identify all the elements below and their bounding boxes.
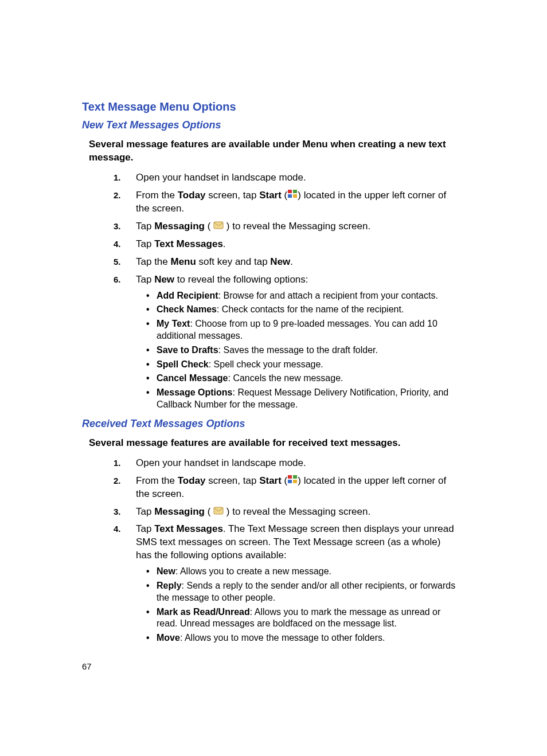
bullet-title: Move (157, 633, 180, 643)
bullet-item: New: Allows you to create a new message. (136, 566, 458, 578)
text-bold: Menu (171, 256, 196, 267)
svg-rect-0 (288, 190, 292, 193)
text: ( (282, 475, 287, 486)
messaging-envelope-icon (213, 506, 224, 519)
bullet-item: Save to Drafts: Saves the message to the… (136, 344, 458, 357)
svg-rect-2 (288, 194, 292, 198)
svg-rect-3 (293, 194, 297, 198)
bullet-title: Spell Check (157, 359, 209, 369)
bullet-title: Add Recipient (157, 291, 218, 300)
windows-start-icon (287, 189, 298, 202)
text-bold: Text Messages (154, 523, 223, 534)
text: . (290, 256, 293, 267)
text: Tap (136, 523, 154, 534)
bullet-title: Check Names (157, 304, 217, 314)
bullet-title: Message Options (157, 387, 232, 397)
bullet-item: Add Recipient: Browse for and attach a r… (136, 290, 458, 302)
bullet-title: Save to Drafts (157, 345, 218, 355)
page-number: 67 (82, 661, 458, 671)
bullet-list: New: Allows you to create a new message.… (136, 566, 458, 644)
text: ( (205, 506, 213, 517)
bullet-list: Add Recipient: Browse for and attach a r… (136, 290, 458, 411)
svg-rect-8 (293, 480, 297, 483)
text: screen, tap (206, 475, 260, 486)
bullet-item: Move: Allows you to move the message to … (136, 632, 458, 644)
bullet-item: Message Options: Request Message Deliver… (136, 387, 458, 411)
text: Tap (136, 274, 154, 285)
steps-section-2: Open your handset in landscape mode. Fro… (82, 457, 458, 644)
step-item: Tap Messaging ( ) to reveal the Messagin… (82, 506, 458, 519)
text: ) to reveal the Messaging screen. (224, 506, 370, 517)
intro-section-1: Several message features are available u… (89, 138, 458, 164)
bullet-desc: : Sends a reply to the sender and/or all… (157, 581, 455, 602)
text: ( (205, 221, 213, 232)
bullet-title: My Text (157, 319, 190, 328)
heading-section-1: New Text Messages Options (82, 119, 458, 131)
text: Tap the (136, 256, 171, 267)
step-item: Tap Text Messages. (82, 238, 458, 251)
text: screen, tap (206, 190, 260, 201)
windows-start-icon (287, 475, 298, 488)
text-bold: Messaging (154, 221, 205, 232)
text: From the (136, 475, 178, 486)
step-item: Open your handset in landscape mode. (82, 171, 458, 185)
bullet-desc: : Saves the message to the draft folder. (218, 345, 378, 355)
bullet-title: Reply (157, 581, 182, 590)
step-item: Open your handset in landscape mode. (82, 457, 458, 470)
text-bold: Messaging (154, 506, 205, 517)
step-item: Tap the Menu soft key and tap New. (82, 256, 458, 269)
text: soft key and tap (196, 256, 270, 267)
text-bold: Today (178, 190, 206, 201)
bullet-desc: : Check contacts for the name of the rec… (217, 304, 404, 314)
text-bold: Start (259, 475, 282, 486)
text-bold: New (270, 256, 290, 267)
messaging-envelope-icon (213, 220, 224, 233)
step-item: From the Today screen, tap Start () loca… (82, 475, 458, 501)
text: From the (136, 190, 178, 201)
step-item: Tap Text Messages. The Text Message scre… (82, 523, 458, 644)
svg-rect-6 (293, 475, 297, 479)
step-item: Tap New to reveal the following options:… (82, 273, 458, 411)
step-item: From the Today screen, tap Start () loca… (82, 189, 458, 216)
document-page: Text Message Menu Options New Text Messa… (0, 0, 547, 728)
intro-section-2: Several message features are available f… (89, 437, 458, 450)
text-bold: Today (178, 475, 206, 486)
text: Tap (136, 221, 154, 232)
step-item: Tap Messaging ( ) to reveal the Messagin… (82, 220, 458, 233)
bullet-title: Mark as Read/Unread (157, 607, 250, 617)
text-bold: Start (259, 190, 282, 201)
text-bold: Text Messages (154, 238, 223, 249)
svg-rect-4 (214, 222, 223, 229)
heading-main: Text Message Menu Options (82, 100, 458, 113)
steps-section-1: Open your handset in landscape mode. Fro… (82, 171, 458, 411)
bullet-title: Cancel Message (157, 373, 228, 383)
bullet-desc: : Cancels the new message. (228, 373, 343, 383)
bullet-item: Spell Check: Spell check your message. (136, 359, 458, 371)
text: . (223, 238, 226, 249)
bullet-desc: : Spell check your message. (209, 359, 323, 369)
text: ) to reveal the Messaging screen. (224, 221, 370, 232)
text: ( (282, 190, 287, 201)
bullet-desc: : Allows you to move the message to othe… (180, 633, 385, 643)
bullet-desc: : Allows you to create a new message. (175, 566, 331, 576)
text: Tap (136, 506, 154, 517)
heading-section-2: Received Text Messages Options (82, 418, 458, 430)
bullet-desc: : Choose from up to 9 pre-loaded message… (157, 319, 437, 340)
svg-rect-5 (288, 475, 292, 479)
bullet-title: New (157, 566, 175, 576)
text: to reveal the following options: (174, 274, 308, 285)
bullet-item: Check Names: Check contacts for the name… (136, 304, 458, 316)
text-bold: New (154, 274, 174, 285)
bullet-item: Mark as Read/Unread: Allows you to mark … (136, 606, 458, 630)
bullet-item: Cancel Message: Cancels the new message. (136, 373, 458, 385)
bullet-item: Reply: Sends a reply to the sender and/o… (136, 580, 458, 604)
bullet-item: My Text: Choose from up to 9 pre-loaded … (136, 318, 458, 342)
svg-rect-1 (293, 190, 297, 193)
text: Tap (136, 238, 154, 249)
svg-rect-9 (214, 507, 223, 514)
bullet-desc: : Browse for and attach a recipient from… (218, 291, 438, 300)
svg-rect-7 (288, 480, 292, 483)
